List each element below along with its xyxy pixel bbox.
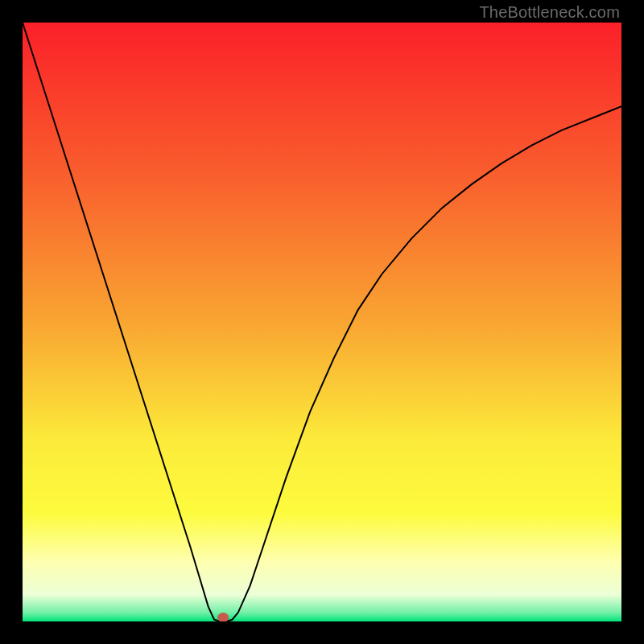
curve-line [23,23,621,621]
plot-area [23,23,621,621]
bottleneck-curve [23,23,621,621]
watermark-text: TheBottleneck.com [479,3,620,22]
chart-canvas: TheBottleneck.com [0,0,644,644]
vertex-dot [217,613,229,621]
